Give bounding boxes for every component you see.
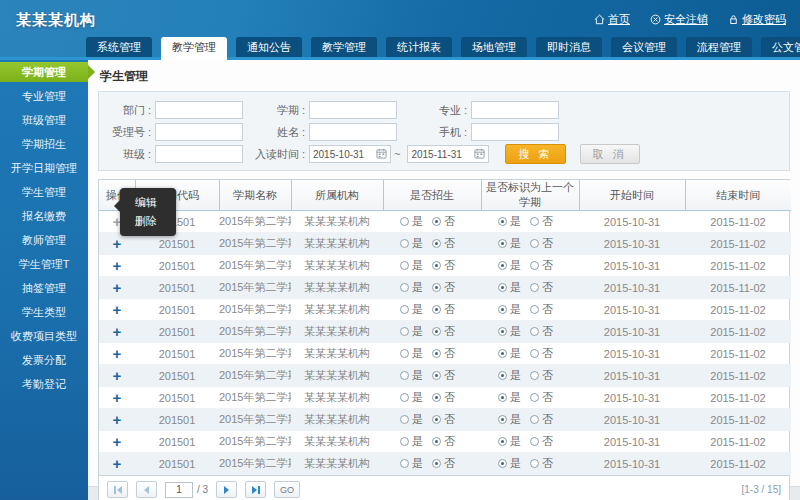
radio-yes[interactable] — [498, 305, 507, 314]
sidebar-item-8[interactable]: 学生管理T — [0, 254, 88, 274]
date-to-input[interactable]: 2015-11-31 — [407, 145, 489, 163]
radio-no[interactable] — [432, 349, 441, 358]
radio-no[interactable] — [530, 261, 539, 270]
department-input[interactable] — [155, 101, 243, 119]
sidebar-item-12[interactable]: 发票分配 — [0, 350, 88, 370]
radio-yes[interactable] — [498, 415, 507, 424]
expand-row-icon[interactable]: + — [113, 257, 122, 274]
sidebar-item-0[interactable]: 学期管理 — [0, 62, 88, 82]
class-input[interactable] — [155, 145, 243, 163]
header-link-home[interactable]: 首页 — [594, 12, 630, 27]
date-from-input[interactable]: 2015-10-31 — [309, 145, 391, 163]
sidebar-item-10[interactable]: 学生类型 — [0, 302, 88, 322]
tab-5[interactable]: 场地管理 — [461, 37, 527, 57]
expand-row-icon[interactable]: + — [113, 367, 122, 384]
header-link-password[interactable]: 修改密码 — [728, 12, 786, 27]
radio-yes[interactable] — [498, 239, 507, 248]
calendar-icon[interactable] — [474, 148, 485, 161]
sidebar-item-4[interactable]: 开学日期管理 — [0, 158, 88, 178]
expand-row-icon[interactable]: + — [113, 345, 122, 362]
radio-no[interactable] — [530, 283, 539, 292]
radio-yes[interactable] — [400, 239, 409, 248]
radio-no[interactable] — [530, 459, 539, 468]
first-page-button[interactable] — [107, 481, 128, 498]
tab-4[interactable]: 统计报表 — [386, 37, 452, 57]
radio-no[interactable] — [530, 393, 539, 402]
tab-8[interactable]: 流程管理 — [686, 37, 752, 57]
radio-no[interactable] — [432, 415, 441, 424]
radio-yes[interactable] — [400, 305, 409, 314]
sidebar-item-13[interactable]: 考勤登记 — [0, 374, 88, 394]
expand-row-icon[interactable]: + — [113, 433, 122, 450]
radio-no[interactable] — [530, 305, 539, 314]
radio-yes[interactable] — [400, 459, 409, 468]
tab-3[interactable]: 教学管理 — [311, 37, 377, 57]
radio-no[interactable] — [432, 283, 441, 292]
tab-2[interactable]: 通知公告 — [236, 37, 302, 57]
radio-no[interactable] — [432, 261, 441, 270]
radio-yes[interactable] — [498, 217, 507, 226]
mobile-input[interactable] — [471, 123, 559, 141]
radio-no[interactable] — [530, 371, 539, 380]
tab-6[interactable]: 即时消息 — [536, 37, 602, 57]
sidebar-item-5[interactable]: 学生管理 — [0, 182, 88, 202]
prev-page-button[interactable] — [136, 481, 157, 498]
radio-no[interactable] — [432, 239, 441, 248]
radio-yes[interactable] — [498, 327, 507, 336]
header-link-logout[interactable]: 安全注销 — [650, 12, 708, 27]
next-page-button[interactable] — [216, 481, 237, 498]
calendar-icon[interactable] — [376, 148, 387, 161]
radio-yes[interactable] — [498, 437, 507, 446]
radio-no[interactable] — [432, 217, 441, 226]
sidebar-item-7[interactable]: 教师管理 — [0, 230, 88, 250]
tab-7[interactable]: 会议管理 — [611, 37, 677, 57]
edit-action[interactable]: 编辑 — [120, 193, 176, 212]
expand-row-icon[interactable]: + — [113, 411, 122, 428]
radio-no[interactable] — [530, 217, 539, 226]
radio-yes[interactable] — [498, 371, 507, 380]
sidebar-item-6[interactable]: 报名缴费 — [0, 206, 88, 226]
delete-action[interactable]: 删除 — [120, 212, 176, 231]
radio-yes[interactable] — [498, 393, 507, 402]
radio-yes[interactable] — [400, 349, 409, 358]
tab-0[interactable]: 系统管理 — [86, 37, 152, 57]
radio-yes[interactable] — [498, 283, 507, 292]
radio-no[interactable] — [432, 305, 441, 314]
radio-yes[interactable] — [400, 217, 409, 226]
sidebar-item-11[interactable]: 收费项目类型 — [0, 326, 88, 346]
radio-yes[interactable] — [400, 371, 409, 380]
search-button[interactable]: 搜 索 — [505, 144, 565, 164]
radio-no[interactable] — [530, 415, 539, 424]
sidebar-item-3[interactable]: 学期招生 — [0, 134, 88, 154]
radio-yes[interactable] — [400, 415, 409, 424]
tab-9[interactable]: 公文管理 — [761, 37, 800, 57]
radio-yes[interactable] — [498, 261, 507, 270]
cancel-button[interactable]: 取 消 — [580, 144, 640, 164]
name-input[interactable] — [309, 123, 397, 141]
tab-1[interactable]: 教学管理 — [161, 37, 227, 57]
radio-no[interactable] — [432, 393, 441, 402]
expand-row-icon[interactable]: + — [113, 455, 122, 472]
radio-no[interactable] — [530, 349, 539, 358]
acceptance-no-input[interactable] — [155, 123, 243, 141]
expand-row-icon[interactable]: + — [113, 301, 122, 318]
radio-no[interactable] — [530, 239, 539, 248]
expand-row-icon[interactable]: + — [113, 279, 122, 296]
sidebar-item-2[interactable]: 班级管理 — [0, 110, 88, 130]
radio-yes[interactable] — [400, 283, 409, 292]
page-number-input[interactable] — [165, 482, 193, 498]
last-page-button[interactable] — [245, 481, 266, 498]
semester-input[interactable] — [309, 101, 397, 119]
radio-yes[interactable] — [400, 261, 409, 270]
radio-no[interactable] — [530, 437, 539, 446]
radio-no[interactable] — [530, 327, 539, 336]
major-input[interactable] — [471, 101, 559, 119]
radio-no[interactable] — [432, 327, 441, 336]
sidebar-item-1[interactable]: 专业管理 — [0, 86, 88, 106]
radio-yes[interactable] — [400, 393, 409, 402]
radio-no[interactable] — [432, 371, 441, 380]
expand-row-icon[interactable]: + — [113, 323, 122, 340]
radio-yes[interactable] — [498, 459, 507, 468]
radio-yes[interactable] — [400, 327, 409, 336]
go-button[interactable]: GO — [274, 481, 300, 498]
